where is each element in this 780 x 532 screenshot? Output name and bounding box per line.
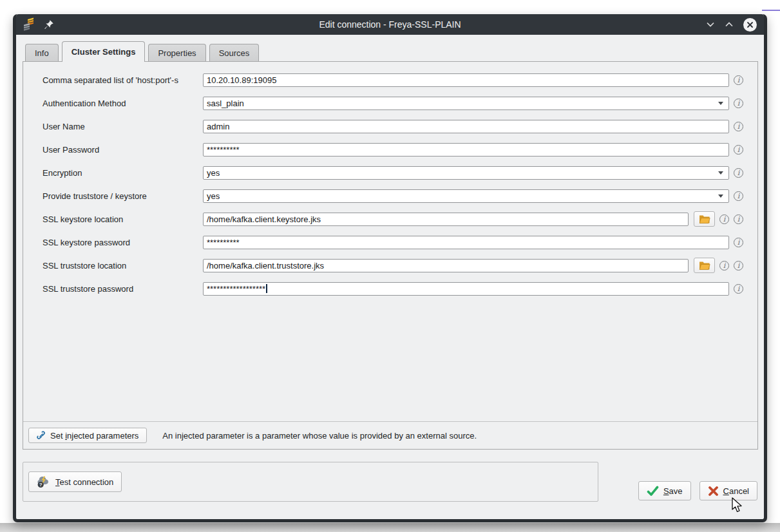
- pin-icon[interactable]: [44, 19, 54, 30]
- info-icon[interactable]: [734, 122, 743, 131]
- tab-bar: Info Cluster Settings Properties Sources: [23, 41, 758, 61]
- field-label: SSL keystore password: [43, 238, 203, 247]
- artifact-line: [762, 10, 780, 11]
- form-row-username: User Name admin: [23, 115, 757, 138]
- action-buttons: Save Cancel: [638, 481, 757, 500]
- tab-properties[interactable]: Properties: [148, 44, 205, 61]
- field-label: SSL keystore location: [43, 214, 203, 224]
- info-icon[interactable]: [734, 214, 743, 224]
- info-icon[interactable]: [734, 75, 743, 85]
- link-icon: [37, 431, 46, 440]
- username-input[interactable]: admin: [203, 120, 729, 133]
- field-label: SSL truststore password: [43, 284, 203, 294]
- info-icon[interactable]: [734, 261, 743, 271]
- field-label: Encryption: [43, 168, 203, 178]
- titlebar[interactable]: Edit connection - Freya-SSL-PLAIN: [16, 14, 764, 35]
- desktop-strip: [0, 523, 780, 532]
- ssl-keystore-location-input[interactable]: /home/kafka.client.keystore.jks: [203, 213, 689, 226]
- dropdown-arrow-icon: [718, 102, 723, 105]
- form-row-hostport: Comma separated list of 'host:port'-s 10…: [23, 68, 757, 91]
- dialog-footer: ? Test connection Save: [23, 462, 758, 502]
- form-row-ssl-keystore-password: SSL keystore password **********: [23, 231, 757, 254]
- field-label: SSL truststore location: [43, 261, 203, 271]
- ssl-truststore-location-input[interactable]: /home/kafka.client.truststore.jks: [203, 259, 689, 272]
- injected-parameters-description: An injected parameter is a parameter who…: [162, 431, 477, 441]
- cancel-button[interactable]: Cancel: [699, 481, 757, 500]
- window-controls: [706, 18, 757, 32]
- form-row-ssl-truststore-password: SSL truststore password ****************…: [23, 277, 757, 300]
- info-icon[interactable]: [734, 145, 743, 155]
- browse-folder-button[interactable]: [694, 211, 715, 227]
- injected-parameters-row: Set injected parameters An injected para…: [23, 422, 757, 449]
- info-icon[interactable]: [734, 284, 743, 294]
- cluster-settings-panel: Comma separated list of 'host:port'-s 10…: [23, 61, 758, 450]
- form-rows: Comma separated list of 'host:port'-s 10…: [23, 62, 757, 300]
- dropdown-arrow-icon: [718, 195, 723, 198]
- connection-test-icon: ?: [37, 475, 51, 488]
- info-icon[interactable]: [734, 191, 743, 201]
- tab-info[interactable]: Info: [25, 44, 59, 61]
- tab-sources[interactable]: Sources: [209, 44, 260, 61]
- user-password-input[interactable]: **********: [203, 143, 729, 157]
- form-row-provide-truststore: Provide truststore / keystore yes: [23, 184, 757, 207]
- form-row-user-password: User Password **********: [23, 138, 757, 161]
- info-icon[interactable]: [719, 214, 729, 224]
- save-button[interactable]: Save: [638, 481, 691, 500]
- svg-text:?: ?: [39, 482, 43, 488]
- test-connection-button[interactable]: ? Test connection: [28, 471, 122, 492]
- field-label: User Name: [43, 122, 203, 131]
- info-icon[interactable]: [734, 99, 743, 108]
- test-connection-groupbox: ? Test connection: [23, 462, 598, 502]
- info-icon[interactable]: [734, 238, 743, 247]
- tab-cluster-settings[interactable]: Cluster Settings: [62, 41, 146, 62]
- text-caret: [266, 284, 267, 293]
- ssl-truststore-password-input[interactable]: ******************: [203, 282, 729, 296]
- minimize-icon[interactable]: [706, 21, 715, 28]
- x-icon: [708, 486, 719, 497]
- app-icon: [22, 17, 36, 32]
- field-label: User Password: [43, 145, 203, 155]
- host-port-input[interactable]: 10.20.10.89:19095: [203, 73, 729, 87]
- form-row-ssl-truststore-location: SSL truststore location /home/kafka.clie…: [23, 254, 757, 277]
- info-icon[interactable]: [719, 261, 729, 271]
- ssl-keystore-password-input[interactable]: **********: [203, 236, 729, 249]
- edit-connection-dialog: Edit connection - Freya-SSL-PLAIN Info C…: [13, 14, 767, 522]
- field-label: Comma separated list of 'host:port'-s: [43, 75, 203, 85]
- info-icon[interactable]: [734, 168, 743, 178]
- dropdown-arrow-icon: [718, 171, 723, 175]
- encryption-select[interactable]: yes: [203, 166, 729, 180]
- auth-method-select[interactable]: sasl_plain: [203, 97, 729, 110]
- form-row-encryption: Encryption yes: [23, 161, 757, 184]
- field-label: Provide truststore / keystore: [43, 191, 203, 201]
- form-row-ssl-keystore-location: SSL keystore location /home/kafka.client…: [23, 207, 757, 231]
- close-icon[interactable]: [743, 18, 757, 32]
- provide-truststore-select[interactable]: yes: [203, 189, 729, 203]
- set-injected-parameters-button[interactable]: Set injected parameters: [28, 428, 147, 443]
- maximize-icon[interactable]: [725, 21, 734, 28]
- form-row-auth-method: Authentication Method sasl_plain: [23, 91, 757, 115]
- window-title: Edit connection - Freya-SSL-PLAIN: [16, 19, 764, 30]
- browse-folder-button[interactable]: [694, 258, 715, 273]
- field-label: Authentication Method: [43, 99, 203, 108]
- checkmark-icon: [647, 486, 659, 497]
